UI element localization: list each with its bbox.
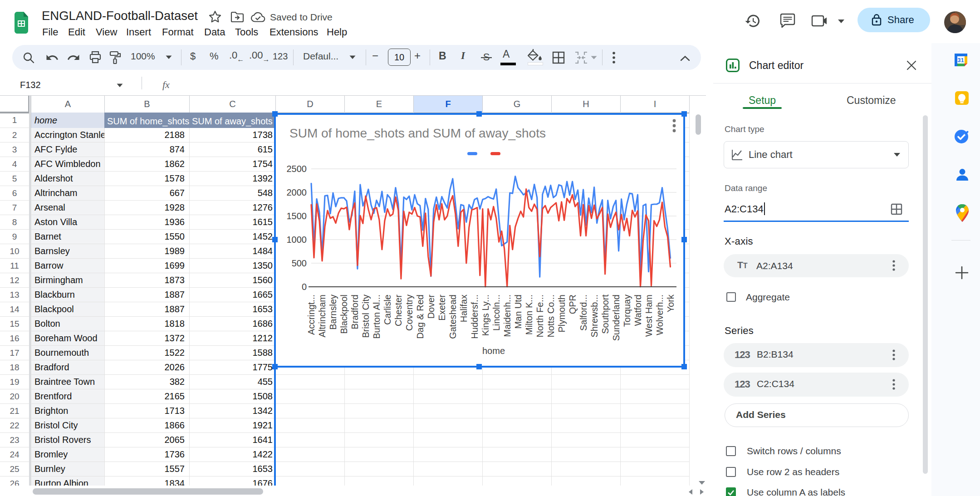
- svg-text:Wolverh...: Wolverh...: [655, 295, 665, 335]
- svg-text:Blackpool: Blackpool: [339, 295, 349, 334]
- svg-text:Maidenh...: Maidenh...: [502, 295, 512, 337]
- svg-text:S: S: [483, 51, 490, 63]
- svg-text:Salford...: Salford...: [578, 295, 588, 331]
- svg-text:Shrewsb...: Shrewsb...: [589, 295, 599, 337]
- svg-text:Torquay: Torquay: [622, 295, 632, 327]
- svg-text:Burton Al...: Burton Al...: [372, 295, 382, 339]
- svg-text:Milton K...: Milton K...: [524, 295, 534, 335]
- svg-text:2500: 2500: [287, 164, 307, 174]
- svg-text:Plymouth: Plymouth: [557, 295, 567, 332]
- svg-text:1500: 1500: [287, 211, 307, 221]
- svg-text:Southport: Southport: [600, 295, 610, 334]
- svg-text:Gateshead: Gateshead: [448, 295, 458, 339]
- svg-text:500: 500: [292, 258, 307, 268]
- svg-text:Lincoln...: Lincoln...: [491, 295, 501, 331]
- svg-text:Bradford: Bradford: [350, 295, 360, 329]
- svg-text:Huddersf...: Huddersf...: [470, 295, 480, 339]
- svg-text:31: 31: [957, 57, 964, 64]
- svg-text:Dag & Red: Dag & Red: [415, 295, 425, 339]
- svg-text:Exeter: Exeter: [437, 295, 447, 321]
- svg-text:West Ham: West Ham: [644, 295, 654, 337]
- svg-text:Altrincham: Altrincham: [317, 295, 327, 337]
- svg-text:Bristol City: Bristol City: [361, 295, 371, 338]
- svg-text:SUM of home_shots and SUM of a: SUM of home_shots and SUM of away_shots: [289, 126, 546, 140]
- svg-text:2000: 2000: [287, 187, 307, 197]
- svg-text:Accringt...: Accringt...: [306, 295, 316, 335]
- svg-text:0: 0: [302, 282, 307, 292]
- svg-text:1000: 1000: [287, 235, 307, 245]
- svg-text:North Fe...: North Fe...: [535, 295, 545, 337]
- svg-text:home: home: [482, 346, 505, 356]
- svg-text:Watford: Watford: [633, 295, 643, 326]
- svg-text:Halifax: Halifax: [459, 295, 469, 322]
- svg-text:Coventry: Coventry: [404, 295, 414, 331]
- svg-text:Chester: Chester: [393, 295, 403, 326]
- svg-text:Notts Co...: Notts Co...: [546, 295, 556, 337]
- svg-text:QPR: QPR: [568, 295, 578, 314]
- svg-text:Kings Ly...: Kings Ly...: [480, 295, 490, 336]
- svg-text:Man Utd: Man Utd: [513, 295, 523, 329]
- svg-text:Carlisle: Carlisle: [382, 295, 392, 325]
- svg-text:Dover: Dover: [426, 295, 436, 319]
- svg-text:Sunderland: Sunderland: [611, 295, 621, 341]
- svg-text:York: York: [666, 294, 676, 312]
- svg-text:Barnsley: Barnsley: [328, 295, 338, 330]
